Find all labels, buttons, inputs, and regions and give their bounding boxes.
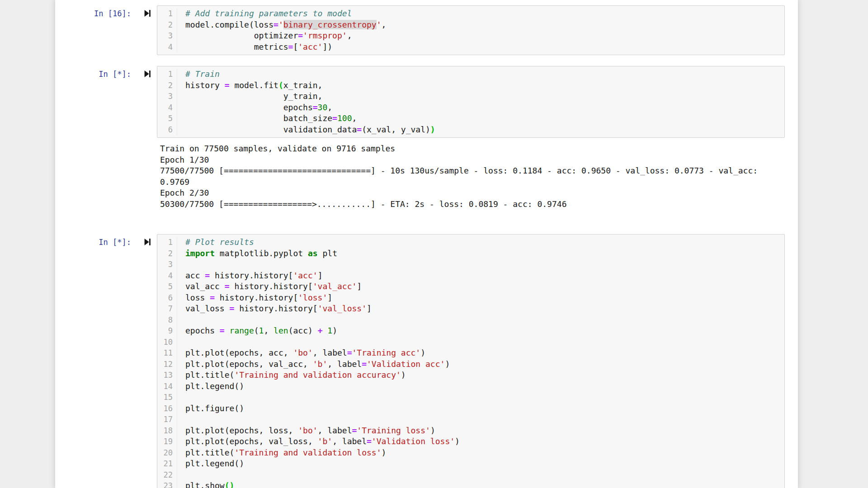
code-text: loss = history.history['loss'] [185,292,332,304]
code-text: plt.plot(epochs, val_loss, 'b', label='V… [185,436,460,447]
line-number: 2 [157,248,177,259]
line-number: 1 [157,69,177,80]
code-text: epochs=30, [185,102,332,113]
code-text: plt.show() [185,480,234,488]
line-number: 21 [157,458,177,469]
code-text: batch_size=100, [185,113,357,124]
line-number: 7 [157,303,177,314]
code-line: 3 y_train, [157,91,781,102]
code-line: 19plt.plot(epochs, val_loss, 'b', label=… [157,436,781,447]
code-line: 16plt.figure() [157,403,781,414]
line-number: 8 [157,314,177,326]
line-number: 1 [157,237,177,248]
code-line: 6 validation_data=(x_val, y_val)) [157,124,781,136]
code-line: 9epochs = range(1, len(acc) + 1) [157,325,781,337]
code-line: 14plt.legend() [157,381,781,392]
code-editor[interactable]: 1# Train2history = model.fit(x_train,3 y… [157,66,785,138]
code-line: 5val_acc = history.history['val_acc'] [157,281,781,292]
code-text: import matplotlib.pyplot as plt [185,248,337,259]
code-line: 20plt.title('Training and validation los… [157,447,781,459]
code-text: model.compile(loss='binary_crossentropy'… [185,19,386,31]
line-number: 1 [157,8,177,19]
cell-output: Train on 77500 samples, validate on 9716… [160,143,779,210]
prompt-column: In [*]: [66,234,157,248]
code-line: 15 [157,392,781,403]
line-number: 5 [157,113,177,124]
line-number: 14 [157,381,177,392]
code-text: history = model.fit(x_train, [185,80,322,91]
step-forward-run-icon[interactable] [144,9,151,17]
code-line: 10 [157,337,781,348]
code-cell[interactable]: In [*]:1# Plot results2import matplotlib… [66,234,798,488]
line-number: 5 [157,281,177,292]
code-text: epochs = range(1, len(acc) + 1) [185,325,337,337]
line-number: 2 [157,80,177,91]
code-line: 11plt.plot(epochs, acc, 'bo', label='Tra… [157,347,781,359]
code-line: 5 batch_size=100, [157,113,781,124]
line-number: 10 [157,337,177,348]
code-line: 21plt.legend() [157,458,781,469]
code-line: 23plt.show() [157,480,781,488]
code-line: 1# Add training parameters to model [157,8,781,19]
line-number: 19 [157,436,177,447]
code-editor[interactable]: 1# Plot results2import matplotlib.pyplot… [157,234,785,488]
code-line: 3 [157,259,781,270]
code-text: plt.plot(epochs, val_acc, 'b', label='Va… [185,359,450,370]
code-text: val_acc = history.history['val_acc'] [185,281,362,292]
code-line: 6loss = history.history['loss'] [157,292,781,304]
cell-list: In [16]:1# Add training parameters to mo… [55,5,798,488]
code-line: 12plt.plot(epochs, val_acc, 'b', label='… [157,359,781,370]
code-text: val_loss = history.history['val_loss'] [185,303,372,314]
line-number: 2 [157,19,177,31]
step-forward-run-icon[interactable] [144,238,151,246]
code-text: plt.plot(epochs, acc, 'bo', label='Train… [185,347,425,359]
code-line: 7val_loss = history.history['val_loss'] [157,303,781,314]
line-number: 3 [157,91,177,102]
line-number: 20 [157,447,177,459]
input-prompt: In [*]: [99,69,131,80]
code-text: plt.plot(epochs, loss, 'bo', label='Trai… [185,425,435,436]
line-number: 13 [157,370,177,381]
code-text: validation_data=(x_val, y_val)) [185,124,435,136]
code-text: # Train [185,69,220,80]
code-text: metrics=['acc']) [185,42,332,53]
code-cell[interactable]: In [*]:1# Train2history = model.fit(x_tr… [66,66,798,223]
code-line: 4acc = history.history['acc'] [157,270,781,282]
line-number: 3 [157,259,177,270]
code-text: plt.title('Training and validation loss'… [185,447,386,459]
line-number: 4 [157,270,177,282]
code-cell[interactable]: In [16]:1# Add training parameters to mo… [66,5,798,55]
code-line: 3 optimizer='rmsprop', [157,30,781,42]
code-line: 2import matplotlib.pyplot as plt [157,248,781,259]
code-text: acc = history.history['acc'] [185,270,322,282]
code-text: # Plot results [185,237,254,248]
line-number: 18 [157,425,177,436]
code-line: 4 metrics=['acc']) [157,42,781,53]
code-line: 1# Plot results [157,237,781,248]
prompt-column: In [16]: [66,5,157,19]
line-number: 6 [157,292,177,304]
line-number: 12 [157,359,177,370]
code-line: 2model.compile(loss='binary_crossentropy… [157,19,781,31]
line-number: 9 [157,325,177,337]
code-text: y_train, [185,91,322,102]
code-line: 13plt.title('Training and validation acc… [157,370,781,381]
step-forward-run-icon[interactable] [144,70,151,78]
line-number: 6 [157,124,177,136]
input-prompt: In [*]: [99,237,131,248]
line-number: 22 [157,469,177,481]
line-number: 3 [157,30,177,42]
line-number: 23 [157,480,177,488]
code-line: 1# Train [157,69,781,80]
cell-input-row: In [*]:1# Train2history = model.fit(x_tr… [66,66,798,138]
code-text: # Add training parameters to model [185,8,352,19]
code-text: plt.figure() [185,403,244,414]
code-line: 8 [157,314,781,326]
code-text: plt.legend() [185,381,244,392]
input-prompt: In [16]: [94,8,131,19]
code-text: plt.legend() [185,458,244,469]
code-line: 22 [157,469,781,481]
code-editor[interactable]: 1# Add training parameters to model2mode… [157,5,785,55]
notebook-container: In [16]:1# Add training parameters to mo… [55,0,798,488]
line-number: 4 [157,102,177,113]
